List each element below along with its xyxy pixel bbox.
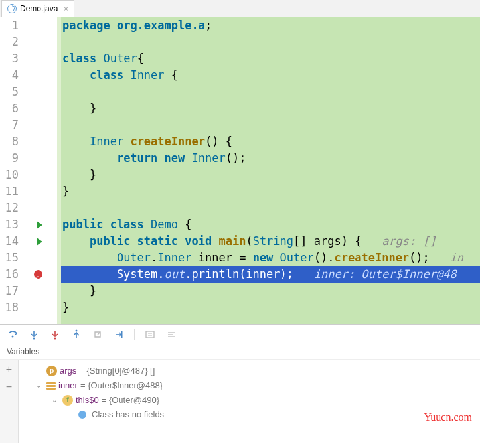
variable-row[interactable]: ⌄ inner = {Outer$Inner@488} xyxy=(24,378,475,393)
code-line[interactable]: package org.example.a; xyxy=(57,17,480,34)
trace-icon[interactable] xyxy=(165,329,177,340)
variable-name: inner xyxy=(58,378,78,393)
fold-row xyxy=(48,84,57,100)
variable-name: this$0 xyxy=(76,393,99,408)
line-number: 18 xyxy=(0,299,19,316)
line-number: 10 xyxy=(0,167,19,183)
gutter-row[interactable]: 17 xyxy=(0,283,48,299)
gutter-row[interactable]: 11 xyxy=(0,183,48,200)
fold-row xyxy=(48,167,57,183)
code-line[interactable]: public static void main(String[] args) {… xyxy=(57,233,480,250)
fold-row xyxy=(48,299,57,316)
variable-name: args xyxy=(60,364,76,378)
variables-sidebar: + − xyxy=(0,360,19,443)
expander-icon[interactable]: ⌄ xyxy=(36,378,44,393)
gutter-row[interactable]: 9 xyxy=(0,150,48,167)
gutter-row[interactable]: 7 xyxy=(0,117,48,133)
new-watch-button[interactable]: + xyxy=(3,364,15,376)
code-line[interactable]: class Outer{ xyxy=(57,50,480,67)
gutter-row[interactable]: 3 xyxy=(0,50,48,67)
code-area[interactable]: package org.example.a;class Outer{ class… xyxy=(57,17,480,324)
code-line[interactable] xyxy=(57,200,480,216)
remove-watch-button[interactable]: − xyxy=(3,381,15,393)
code-line[interactable] xyxy=(57,117,480,133)
fold-row xyxy=(48,250,57,266)
close-icon[interactable]: × xyxy=(64,5,68,13)
variable-value: Class has no fields xyxy=(92,408,164,422)
gutter-row[interactable]: 18 xyxy=(0,299,48,316)
gutter-row[interactable]: 1 xyxy=(0,17,48,34)
gutter-row[interactable]: 10 xyxy=(0,167,48,183)
code-line[interactable]: } xyxy=(57,299,480,316)
run-icon[interactable] xyxy=(37,221,42,229)
gutter: 123456789101112131415161718 xyxy=(0,17,48,324)
gutter-row[interactable]: 8 xyxy=(0,133,48,150)
gutter-row[interactable]: 5 xyxy=(0,84,48,100)
code-line[interactable] xyxy=(57,84,480,100)
variable-row[interactable]: ⌄f this$0 = {Outer@490} xyxy=(24,393,475,408)
code-line[interactable]: Inner createInner() { xyxy=(57,133,480,150)
line-number: 3 xyxy=(0,50,19,67)
evaluate-icon[interactable] xyxy=(144,329,156,340)
code-line[interactable]: class Inner { xyxy=(57,67,480,84)
variable-row[interactable]: Class has no fields xyxy=(24,408,475,422)
code-line[interactable]: return new Inner(); xyxy=(57,150,480,167)
step-out-icon[interactable] xyxy=(70,329,82,340)
fold-row xyxy=(48,233,57,250)
code-line[interactable] xyxy=(57,34,480,50)
svg-rect-4 xyxy=(121,331,123,338)
fold-row xyxy=(48,200,57,216)
line-number: 16 xyxy=(0,266,19,283)
step-into-icon[interactable] xyxy=(28,329,40,340)
variable-value: = {Outer@490} xyxy=(102,393,159,408)
fold-row xyxy=(48,283,57,299)
gutter-row[interactable]: 16 xyxy=(0,266,48,283)
gutter-row[interactable]: 15 xyxy=(0,250,48,266)
fold-row xyxy=(48,183,57,200)
gutter-row[interactable]: 12 xyxy=(0,200,48,216)
separator xyxy=(134,329,135,340)
line-number: 13 xyxy=(0,216,19,233)
watermark: Yuucn.com xyxy=(424,410,472,425)
line-number: 12 xyxy=(0,200,19,216)
run-icon[interactable] xyxy=(37,238,42,246)
code-line[interactable]: } xyxy=(57,283,480,299)
tab-filename: Demo.java xyxy=(20,4,58,13)
variable-row[interactable]: p args = {String[0]@487} [] xyxy=(24,364,475,378)
expander-icon[interactable]: ⌄ xyxy=(52,393,60,408)
svg-point-3 xyxy=(76,329,78,331)
line-number: 14 xyxy=(0,233,19,250)
gutter-row[interactable]: 4 xyxy=(0,67,48,84)
fold-row xyxy=(48,216,57,233)
java-class-icon xyxy=(7,4,17,13)
code-line[interactable]: public class Demo { xyxy=(57,216,480,233)
fold-row xyxy=(48,150,57,167)
code-line[interactable]: } xyxy=(57,100,480,117)
drop-frame-icon[interactable] xyxy=(92,329,104,340)
line-number: 1 xyxy=(0,17,19,34)
code-line[interactable]: } xyxy=(57,167,480,183)
fold-row xyxy=(48,67,57,84)
gutter-row[interactable]: 2 xyxy=(0,34,48,50)
gutter-row[interactable]: 13 xyxy=(0,216,48,233)
code-line[interactable]: System.out.println(inner); inner: Outer$… xyxy=(57,266,480,283)
fold-row xyxy=(48,17,57,34)
gutter-row[interactable]: 14 xyxy=(0,233,48,250)
fold-row xyxy=(48,133,57,150)
file-tab[interactable]: Demo.java × xyxy=(1,0,74,17)
fold-row xyxy=(48,266,57,283)
tab-bar: Demo.java × xyxy=(0,0,480,17)
step-over-icon[interactable] xyxy=(7,329,19,340)
gutter-row[interactable]: 6 xyxy=(0,100,48,117)
line-number: 6 xyxy=(0,100,19,117)
fold-row xyxy=(48,34,57,50)
object-badge-icon xyxy=(46,382,56,390)
run-to-cursor-icon[interactable] xyxy=(113,329,125,340)
breakpoint-icon[interactable] xyxy=(34,270,42,279)
force-step-into-icon[interactable] xyxy=(49,329,61,340)
line-number: 9 xyxy=(0,150,19,167)
code-line[interactable]: Outer.Inner inner = new Outer().createIn… xyxy=(57,250,480,266)
code-editor[interactable]: 123456789101112131415161718 package org.… xyxy=(0,17,480,324)
code-line[interactable]: } xyxy=(57,183,480,200)
variables-tree[interactable]: p args = {String[0]@487} []⌄ inner = {Ou… xyxy=(19,360,480,443)
